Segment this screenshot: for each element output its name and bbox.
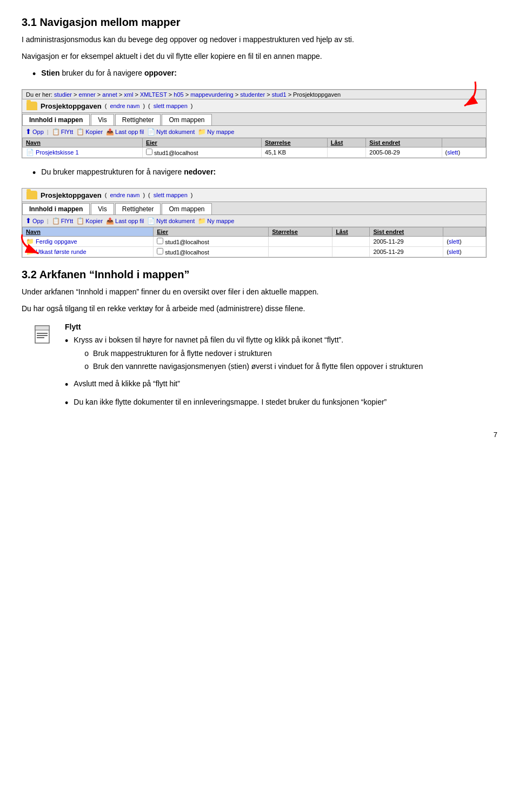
breadcrumb-text: Du er her: studier > emner > annet > xml… [26,91,341,98]
folder2-cell-eier-0: stud1@localhost [154,237,269,247]
breadcrumb-studenter[interactable]: studenter [240,91,265,98]
toolbar1-kopier[interactable]: 📋 Kopier [76,128,103,136]
opp-icon: ⬆ [25,127,31,136]
folder1-tab-innhold[interactable]: Innhold i mappen [22,114,90,125]
folder2-row-0: 📁 Ferdig oppgave stud1@localhost 2005-11… [23,237,486,247]
bruker-bullet-text: Du bruker mappestrukturen for å navigere… [41,166,497,178]
folder1-col-actions [442,138,485,147]
folder2-paren-open: ( [105,192,107,198]
toolbar2-flytt[interactable]: 📋 FlYtt [52,217,74,225]
folder1-col-last: Låst [327,138,366,147]
page-number: 7 [22,431,497,439]
toolbar1-sep1: | [47,129,49,135]
flytt-bullet-3: • Du kan ikke flytte dokumenter til en i… [65,397,497,410]
folder1-row-0: 📄 Prosjektskisse 1 stud1@localhost 45,1 … [23,147,486,158]
folder2-tab-rettigheter[interactable]: Rettigheter [115,203,161,214]
folder2-header: Prosjektoppgaven ( endre navn ) ( slett … [22,189,486,202]
flytt-content: Flytt • Kryss av i boksen til høyre for … [65,323,497,414]
breadcrumb-studier[interactable]: studier [54,91,72,98]
flytt-bullet-dot-3: • [65,397,68,410]
folder2-slett-0[interactable]: slett [449,238,460,245]
folder2-checkbox-1[interactable] [157,248,163,254]
folder1-toolbar: ⬆ Opp | 📋 FlYtt 📋 Kopier 📤 Last opp fil … [22,126,486,138]
breadcrumb-mappevurdering[interactable]: mappevurdering [190,91,234,98]
toolbar2-nyttdok[interactable]: 📄 Nytt dokument [147,217,195,225]
folder2-cell-sist-0: 2005-11-29 [370,237,443,247]
nymappe-icon-2: 📁 [198,217,206,225]
flytt-bullet-1: • Kryss av i boksen til høyre for navnet… [65,334,497,374]
folder1-cell-sist-0: 2005-08-29 [366,147,442,158]
opp-icon-2: ⬆ [25,217,31,225]
folder2-tabs: Innhold i mappen Vis Rettigheter Om mapp… [22,202,486,215]
toolbar2-nymappe[interactable]: 📁 Ny mappe [198,217,234,225]
folder1-tabs: Innhold i mappen Vis Rettigheter Om mapp… [22,113,486,126]
folder2-col-storrelse: Størrelse [269,227,332,237]
folder2-tab-vis[interactable]: Vis [91,203,114,214]
folder2-tab-om[interactable]: Om mappen [162,203,211,214]
folder2-cell-last-1 [332,247,370,257]
folder1-col-eier: Eier [142,138,261,147]
breadcrumb-xml[interactable]: xml [124,91,133,98]
folder2-slett-1[interactable]: slett [449,249,460,255]
toolbar2-kopier[interactable]: 📋 Kopier [76,217,103,225]
bullet-dot-2: • [32,166,36,180]
folder2-rename-link[interactable]: endre navn [110,192,139,198]
folder1-tab-om[interactable]: Om mappen [162,114,211,125]
folder1-sep: ) [143,103,145,109]
folder1-tab-vis[interactable]: Vis [91,114,114,125]
toolbar1-lastoppfil[interactable]: 📤 Last opp fil [106,128,144,136]
folder1-slett-0[interactable]: slett [447,149,458,156]
sub-bullet-dot-2: o [84,361,89,372]
bruker-bullet: • Du bruker mappestrukturen for å navige… [32,166,497,180]
folder1-tab-rettigheter[interactable]: Rettigheter [115,114,161,125]
breadcrumb-h05[interactable]: h05 [174,91,183,98]
folder2-checkbox-0[interactable] [157,238,163,244]
toolbar1-flytt[interactable]: 📋 FlYtt [52,128,74,136]
breadcrumb-emner[interactable]: emner [79,91,96,98]
nymappe-icon-1: 📁 [198,128,206,136]
folder1-checkbox-0[interactable] [146,149,152,155]
folder2-paren2-open: ( [148,192,150,198]
folder2-cell-storrelse-1 [269,247,332,257]
intro-para-2: Navigasjon er for eksempel aktuelt i det… [22,51,497,62]
flytt-icon-1: 📋 [52,128,60,136]
breadcrumb-stud1[interactable]: stud1 [272,91,287,98]
folder1-col-storrelse: Størrelse [261,138,327,147]
toolbar2-opp[interactable]: ⬆ Opp [25,217,44,225]
folder2-sep: ) [143,192,145,198]
flytt-bullet-dot-1: • [65,334,68,348]
folder1-title: Prosjektoppgaven [41,102,102,110]
folder1-delete-link[interactable]: slett mappen [154,103,188,109]
toolbar1-opp[interactable]: ⬆ Opp [25,127,44,136]
sub-bullet-dot-1: o [84,348,89,359]
nyttdok-icon-1: 📄 [147,128,155,136]
folder-box-2: Prosjektoppgaven ( endre navn ) ( slett … [22,188,487,258]
flytt-bullet-text-3: Du kan ikke flytte dokumenter til en inn… [74,397,497,408]
folder2-col-sist: Sist endret [370,227,443,237]
stien-bullet-text: Stien bruker du for å navigere oppover: [41,68,497,79]
folder1-file-link-0[interactable]: Prosjektskisse 1 [36,149,78,156]
flytt-icon-2: 📋 [52,217,60,225]
flytt-section: Flytt • Kryss av i boksen til høyre for … [32,323,497,414]
toolbar1-nyttdok[interactable]: 📄 Nytt dokument [147,128,195,136]
folder1-paren2-close: ) [191,103,193,109]
toolbar1-nymappe[interactable]: 📁 Ny mappe [198,128,234,136]
folder-box-1: Du er her: studier > emner > annet > xml… [22,89,487,158]
folder1-paren2-open: ( [148,103,150,109]
folder1-cell-eier-0: stud1@localhost [142,147,261,158]
flytt-bullet-text-1: Kryss av i boksen til høyre for navnet p… [74,334,497,374]
breadcrumb-annet[interactable]: annet [102,91,117,98]
folder2-tab-innhold[interactable]: Innhold i mappen [22,203,90,214]
folder2-cell-last-0 [332,237,370,247]
folder1-cell-navn-0: 📄 Prosjektskisse 1 [23,147,143,158]
folder1-rename-link[interactable]: endre navn [110,103,139,109]
breadcrumb-xmltest[interactable]: XMLTEST [140,91,167,98]
folder1-cell-action-0: (slett) [442,147,485,158]
flytt-bullet-text-2: Avslutt med å klikke på “flytt hit” [74,378,497,390]
intro-para-1: I administrasjonsmodus kan du bevege deg… [22,34,497,45]
toolbar2-lastoppfil[interactable]: 📤 Last opp fil [106,217,144,225]
breadcrumb-bar: Du er her: studier > emner > annet > xml… [22,90,486,99]
flytt-sub-bullets: o Bruk mappestrukturen for å flytte nedo… [84,348,497,372]
kopier-icon-1: 📋 [76,128,84,136]
folder2-delete-link[interactable]: slett mappen [154,192,188,198]
